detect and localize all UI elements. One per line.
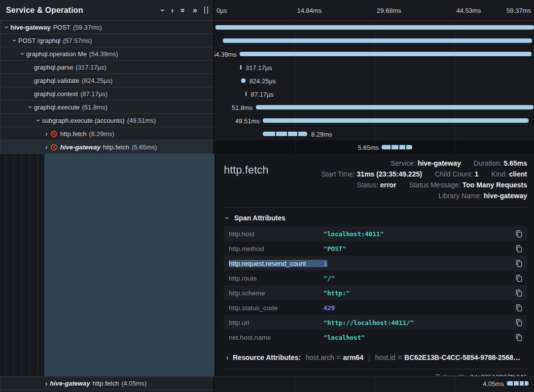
span-bar[interactable] — [256, 105, 534, 109]
span-row[interactable]: ›hive-gatewayhttp.fetch(5.65ms)5.65ms — [0, 141, 534, 154]
span-tree-cell[interactable]: ›subgraph.execute (accounts)(49.51ms) — [0, 114, 214, 127]
span-row[interactable]: ›graphql.operation Me(54.39ms)54.39ms — [0, 47, 534, 61]
chevron-down-icon[interactable]: › — [3, 24, 10, 31]
expand-all-icon[interactable]: » — [193, 6, 197, 14]
attribute-value: "POST" — [323, 245, 346, 252]
span-tree-cell[interactable]: ›hive-gatewayhttp.fetch(5.65ms) — [0, 141, 214, 154]
panel-resize-handle[interactable] — [204, 6, 208, 14]
collapse-children-icon[interactable]: › — [158, 9, 166, 11]
resource-attributes-toggle[interactable]: › Resource Attributes: host.arch=arm64|h… — [224, 351, 527, 364]
attribute-row: http.route"/" — [224, 271, 527, 285]
grid-line — [455, 74, 455, 87]
attribute-key: http.route — [229, 275, 323, 282]
chevron-down-icon[interactable]: › — [27, 104, 34, 110]
span-bar[interactable] — [263, 118, 529, 123]
span-row[interactable]: ›http.fetch(8.29ms)8.29ms — [0, 127, 534, 141]
span-duration-label: 8.29ms — [311, 130, 332, 138]
service-name: hive-gateway — [50, 380, 90, 387]
attribute-row: http.status_code429 — [224, 300, 527, 315]
indent-guide-line — [14, 154, 14, 376]
attribute-value: "localhost:4011" — [323, 230, 384, 238]
meta-label: Service: — [391, 159, 417, 167]
span-row[interactable]: graphql.context(87.17µs)87.17µs — [0, 87, 534, 101]
detail-meta-line: Status: errorStatus Message: Too Many Re… — [321, 179, 527, 190]
span-bar[interactable] — [223, 38, 532, 43]
span-bar[interactable] — [246, 92, 247, 96]
copy-icon[interactable] — [516, 275, 522, 282]
span-duration-label: 54.39ms — [214, 50, 237, 58]
span-row[interactable]: ›hive-gatewayPOST(59.37ms) — [0, 21, 534, 34]
span-tree-cell[interactable]: ›POST /graphql(57.57ms) — [0, 34, 214, 47]
meta-value: error — [380, 181, 396, 189]
collapse-all-icon[interactable]: » — [179, 8, 187, 12]
resource-attributes-items: host.arch=arm64|host.id=BC62E13B-C4CC-58… — [306, 354, 520, 361]
span-bar[interactable] — [263, 132, 307, 136]
resource-value: BC62E13B-C4CC-5854-9788-2568… — [404, 354, 520, 361]
span-row[interactable]: ›subgraph.execute (accounts)(49.51ms)49.… — [0, 114, 534, 127]
meta-value: 5.65ms — [504, 159, 527, 167]
copy-icon[interactable] — [516, 260, 522, 267]
panel-title: Service & Operation — [6, 6, 83, 15]
span-row[interactable]: ›hive-gatewayhttp.fetch(4.05ms)4.05ms — [0, 377, 534, 390]
expand-children-icon[interactable]: › — [171, 6, 174, 14]
timeline-cell: 54.39ms — [214, 47, 534, 61]
span-bar[interactable] — [240, 65, 242, 70]
span-tree-cell[interactable]: ›hive-gatewayhttp.fetch(4.05ms) — [0, 377, 214, 390]
chevron-down-icon: › — [224, 214, 231, 221]
bottom-span-rows: ›hive-gatewayhttp.fetch(4.05ms)4.05ms — [0, 376, 534, 392]
span-tree-cell[interactable]: ›hive-gatewayPOST(59.37ms) — [0, 21, 214, 34]
timeline-cell: 8.29ms — [214, 127, 534, 141]
span-row[interactable]: ›POST /graphql(57.57ms) — [0, 34, 534, 47]
span-duration-label: 87.17µs — [250, 90, 274, 98]
span-tree-cell[interactable]: graphql.context(87.17µs) — [0, 87, 214, 101]
duration-text: (317.17µs) — [76, 64, 107, 71]
span-attributes-toggle[interactable]: › Span Attributes — [224, 214, 527, 222]
copy-icon[interactable] — [516, 334, 522, 341]
copy-icon[interactable] — [516, 230, 522, 238]
span-duration-label: 51.8ms — [232, 104, 253, 111]
copy-icon[interactable] — [516, 245, 522, 252]
grid-line — [295, 377, 295, 390]
chevron-right-icon[interactable]: › — [43, 130, 50, 137]
span-duration-label: 317.17µs — [246, 64, 272, 71]
chevron-down-icon[interactable]: › — [19, 50, 26, 57]
trace-viewer-window: Service & Operation ››»» 0µs14.84ms29.68… — [0, 0, 534, 392]
axis-tick-label: 59.37ms — [506, 7, 531, 14]
span-tree-cell[interactable]: ›graphql.execute(51.8ms) — [0, 101, 214, 114]
copy-icon[interactable] — [516, 319, 522, 326]
timeline-cell — [214, 21, 534, 34]
span-bar-segment-gap — [275, 132, 276, 136]
span-tree-cell[interactable]: ›http.fetch(8.29ms) — [0, 127, 214, 141]
span-bar[interactable] — [240, 52, 532, 56]
span-bar[interactable] — [215, 25, 534, 30]
chevron-down-icon[interactable]: › — [35, 117, 42, 124]
operation-name: graphql.operation Me — [26, 50, 87, 58]
span-bar[interactable] — [507, 381, 529, 386]
chevron-down-icon[interactable]: › — [11, 37, 18, 44]
duration-text: (824.25µs) — [82, 77, 112, 84]
grid-line — [375, 74, 375, 87]
meta-label: Duration: — [474, 159, 504, 167]
span-row[interactable]: graphql.parse(317.17µs)317.17µs — [0, 61, 534, 74]
span-row[interactable] — [0, 390, 534, 392]
detail-meta-line: Library Name: hive-gateway — [321, 190, 527, 201]
span-row[interactable]: graphql.validate(824.25µs)824.25µs — [0, 74, 534, 87]
span-tree-cell[interactable]: graphql.parse(317.17µs) — [0, 61, 214, 74]
grid-line — [295, 87, 295, 101]
attribute-key: http.request.resend_count — [229, 260, 323, 267]
copy-icon[interactable] — [516, 304, 522, 312]
copy-icon[interactable] — [516, 289, 522, 297]
chevron-right-icon[interactable]: › — [43, 380, 50, 387]
chevron-right-icon[interactable]: › — [43, 143, 50, 150]
span-tree-cell[interactable]: graphql.validate(824.25µs) — [0, 74, 214, 87]
span-bar[interactable] — [382, 145, 412, 149]
attribute-value: 1 — [323, 260, 327, 267]
duration-text: (57.57ms) — [63, 37, 92, 44]
span-row[interactable]: ›graphql.execute(51.8ms)51.8ms — [0, 101, 534, 114]
divider — [224, 207, 527, 208]
span-bar-segment-gap — [398, 145, 399, 149]
span-bar[interactable] — [241, 78, 246, 83]
span-duration-label: 49.51ms — [235, 117, 260, 124]
span-tree-cell[interactable]: ›graphql.operation Me(54.39ms) — [0, 47, 214, 61]
duration-text: (87.17µs) — [80, 90, 107, 98]
